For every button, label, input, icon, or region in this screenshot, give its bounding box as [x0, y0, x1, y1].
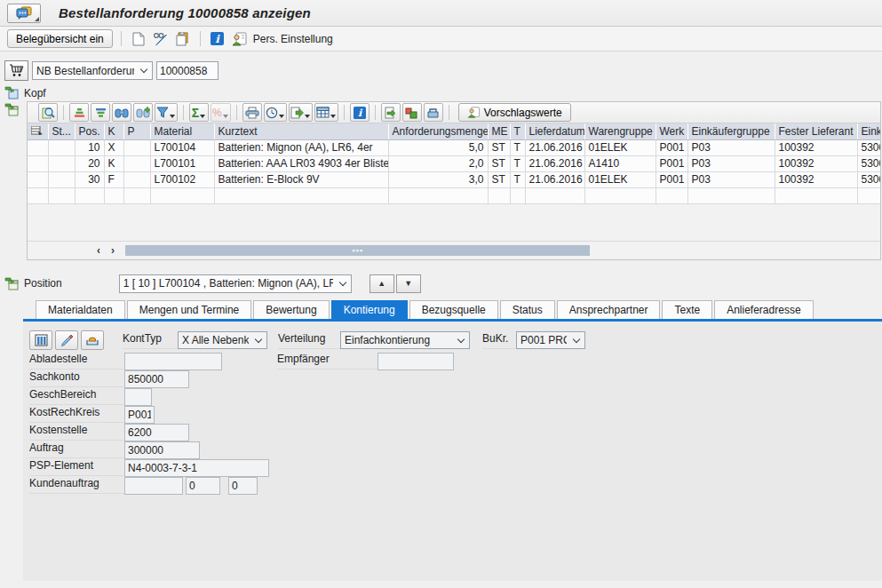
- cell-lieferant[interactable]: 100392: [775, 155, 857, 171]
- tab-status[interactable]: Status: [500, 300, 555, 319]
- psp-element-input[interactable]: [124, 459, 269, 477]
- verteilung-dropdown[interactable]: Einfachkontierung: [340, 331, 470, 349]
- cell-k[interactable]: X: [104, 139, 123, 155]
- cell-werk[interactable]: P001: [656, 139, 687, 155]
- cell-me[interactable]: ST: [488, 155, 510, 171]
- col-header-pos[interactable]: Pos.: [75, 123, 104, 139]
- cell-kurztext[interactable]: Batterien: Mignon (AA), LR6, 4er: [214, 139, 388, 155]
- collapse-position-icon[interactable]: [4, 277, 19, 290]
- kostenstelle-input[interactable]: [124, 424, 189, 441]
- basket-button[interactable]: [424, 103, 443, 122]
- previous-item-button[interactable]: ▲: [369, 274, 394, 293]
- cell-menge[interactable]: 5,0: [388, 139, 488, 155]
- cell-p[interactable]: [123, 139, 150, 155]
- cell-me[interactable]: ST: [488, 139, 510, 155]
- sort-descending-button[interactable]: [91, 103, 110, 122]
- cell-k[interactable]: F: [104, 171, 123, 187]
- kundenauftrag-pos-input[interactable]: [186, 477, 220, 495]
- cell-lieferdatum[interactable]: 21.06.2016: [525, 155, 584, 171]
- cell-lieferant[interactable]: 100392: [775, 139, 857, 155]
- cell-st[interactable]: [48, 155, 75, 171]
- status-check-button[interactable]: [402, 103, 422, 122]
- collapse-grid-icon[interactable]: [4, 103, 27, 116]
- abladestelle-input[interactable]: [124, 353, 222, 370]
- cell-einka[interactable]: 53000: [857, 155, 880, 171]
- cell-werk[interactable]: P001: [656, 171, 687, 187]
- details-button[interactable]: [38, 103, 58, 122]
- cell-pos[interactable]: 20: [75, 155, 104, 171]
- sort-ascending-button[interactable]: [69, 103, 89, 122]
- kundenauftrag-input[interactable]: [124, 477, 183, 495]
- table-row[interactable]: 20 K L700101 Batterien: AAA LR03 4903 4e…: [28, 155, 880, 171]
- cell-t[interactable]: T: [510, 171, 525, 187]
- tab-bewertung[interactable]: Bewertung: [253, 300, 329, 319]
- find-button[interactable]: [112, 103, 131, 122]
- expand-header-icon[interactable]: [4, 86, 19, 99]
- views-button[interactable]: [264, 103, 287, 122]
- change-wand-button[interactable]: [55, 330, 78, 350]
- col-header-kurztext[interactable]: Kurztext: [214, 123, 388, 139]
- print-button[interactable]: [242, 103, 262, 122]
- scroll-right-button[interactable]: ›: [106, 243, 120, 258]
- auftrag-input[interactable]: [124, 441, 200, 459]
- cell-ekgrp[interactable]: P03: [687, 139, 775, 155]
- sachkonto-input[interactable]: [124, 370, 189, 388]
- konttyp-dropdown[interactable]: X Alle Nebenk...: [178, 331, 267, 349]
- new-document-icon[interactable]: [130, 31, 147, 47]
- col-header-p[interactable]: P: [123, 123, 150, 139]
- tab-kontierung[interactable]: Kontierung: [331, 300, 408, 319]
- col-header-lieferant[interactable]: Fester Lieferant: [775, 123, 857, 139]
- vorschlagswerte-button[interactable]: Vorschlagswerte: [458, 103, 571, 122]
- cell-ekgrp[interactable]: P03: [687, 171, 775, 187]
- col-header-menge[interactable]: Anforderungsmenge: [388, 123, 488, 139]
- export-button[interactable]: [289, 103, 313, 122]
- cell-k[interactable]: K: [104, 155, 123, 171]
- cell-t[interactable]: T: [510, 139, 525, 155]
- cell-pos[interactable]: 30: [75, 171, 104, 187]
- doc-overview-button[interactable]: Belegübersicht ein: [7, 29, 113, 48]
- col-header-ekgrp[interactable]: Einkäufergruppe: [687, 123, 775, 139]
- display-change-icon[interactable]: [152, 31, 170, 47]
- cell-einka[interactable]: 53000: [857, 139, 880, 155]
- tab-ansprechpartner[interactable]: Ansprechpartner: [557, 300, 661, 319]
- layout-button[interactable]: [314, 103, 338, 122]
- col-header-einka[interactable]: Einkau: [857, 123, 880, 139]
- info-icon[interactable]: i: [209, 31, 226, 47]
- select-all-header[interactable]: [28, 123, 48, 139]
- col-header-st[interactable]: St...: [48, 123, 75, 139]
- kundenauftrag-schema-input[interactable]: [228, 477, 258, 495]
- grid-info-button[interactable]: i: [350, 103, 369, 122]
- cell-menge[interactable]: 3,0: [388, 171, 488, 187]
- shopping-cart-button[interactable]: [4, 60, 28, 81]
- cell-lieferdatum[interactable]: 21.06.2016: [525, 171, 584, 187]
- position-label[interactable]: Position: [24, 277, 62, 290]
- bukr-dropdown[interactable]: P001 PROM...: [516, 331, 585, 349]
- col-header-warengruppe[interactable]: Warengruppe: [584, 123, 656, 139]
- table-row[interactable]: 30 F L700102 Batterien: E-Block 9V 3,0 S…: [28, 171, 880, 187]
- cell-st[interactable]: [48, 171, 75, 187]
- cell-p[interactable]: [123, 155, 150, 171]
- copy-document-icon[interactable]: [174, 31, 192, 47]
- row-selector[interactable]: [28, 155, 48, 171]
- cell-ekgrp[interactable]: P03: [687, 155, 775, 171]
- cell-warengruppe[interactable]: 01ELEK: [584, 171, 656, 187]
- cell-lieferdatum[interactable]: 21.06.2016: [525, 139, 584, 155]
- cell-material[interactable]: L700104: [150, 139, 214, 155]
- cell-material[interactable]: L700102: [150, 171, 214, 187]
- cell-kurztext[interactable]: Batterien: E-Block 9V: [214, 171, 388, 187]
- kostrechkreis-input[interactable]: [124, 406, 155, 424]
- col-header-t[interactable]: T: [510, 123, 525, 139]
- tab-mengen-und-termine[interactable]: Mengen und Termine: [127, 300, 252, 319]
- pers-settings-label[interactable]: Pers. Einstellung: [253, 33, 333, 45]
- cell-t[interactable]: T: [510, 155, 525, 171]
- table-row[interactable]: 10 X L700104 Batterien: Mignon (AA), LR6…: [28, 139, 880, 155]
- row-selector[interactable]: [28, 171, 48, 187]
- col-header-lieferdatum[interactable]: Lieferdatum: [525, 123, 584, 139]
- cell-einka[interactable]: 53000: [857, 171, 880, 187]
- col-header-material[interactable]: Material: [150, 123, 214, 139]
- row-selector[interactable]: [28, 139, 48, 155]
- scrollbar-track[interactable]: ▪▪▪: [125, 244, 875, 257]
- tab-bezugsquelle[interactable]: Bezugsquelle: [409, 300, 498, 319]
- tab-anlieferadresse[interactable]: Anlieferadresse: [714, 300, 813, 319]
- sum-button[interactable]: Σ: [189, 103, 209, 122]
